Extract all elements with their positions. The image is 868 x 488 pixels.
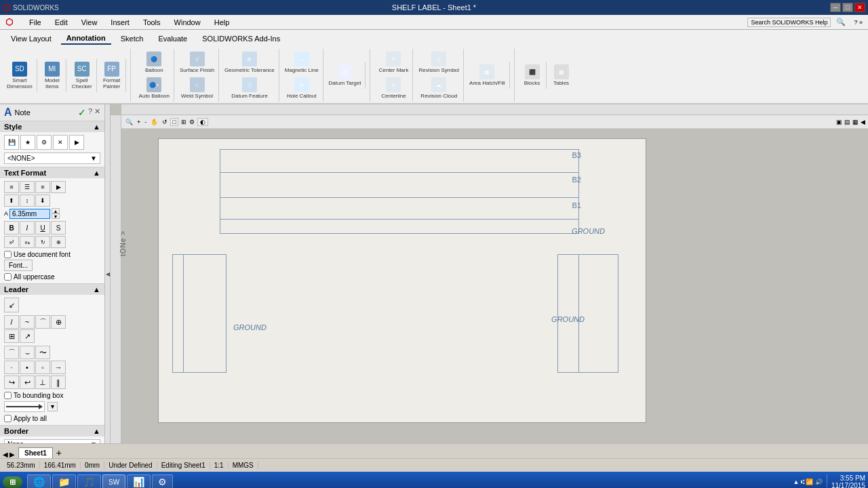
taskbar-extra1[interactable]: 📊	[127, 474, 151, 488]
style-flag-btn[interactable]: ▶	[69, 135, 84, 150]
menu-edit[interactable]: Edit	[52, 17, 71, 28]
maximize-btn[interactable]: □	[842, 3, 853, 12]
font-size-input[interactable]	[9, 209, 50, 219]
revision-symbol-btn[interactable]: △ Revision Symbol	[417, 50, 460, 75]
leader-header[interactable]: Leader ▲	[0, 284, 104, 295]
leader-main-icon[interactable]: ↙	[4, 298, 19, 312]
align-center-btn[interactable]: ☰	[20, 181, 35, 193]
leader-anchor-3[interactable]: ↗	[20, 329, 35, 343]
menu-view[interactable]: View	[79, 17, 100, 28]
leader-dot-4[interactable]: →	[51, 361, 66, 374]
align-right-btn[interactable]: ≡	[35, 181, 50, 193]
style-x-btn[interactable]: ✕	[53, 135, 68, 150]
minimize-btn[interactable]: ─	[830, 3, 841, 12]
zoom-out-btn[interactable]: -	[143, 119, 148, 125]
datum-feature-btn[interactable]: ▽ Datum Feature	[230, 76, 269, 100]
leader-dot-2[interactable]: •	[20, 361, 35, 374]
weld-symbol-btn[interactable]: ⌂ Weld Symbol	[180, 76, 214, 100]
area-hatch-btn[interactable]: ▦ Area Hatch/Fill	[468, 63, 506, 87]
arrow-style-dropdown[interactable]	[4, 401, 45, 412]
leader-anchor-1[interactable]: ⊕	[51, 315, 66, 329]
valign-middle-btn[interactable]: ↕	[20, 195, 35, 207]
menu-insert[interactable]: Insert	[108, 17, 132, 28]
border-header[interactable]: Border ▲	[0, 426, 104, 436]
balloon-btn[interactable]: 🔵 Balloon	[143, 50, 165, 75]
taskbar-extra2[interactable]: ⚙	[152, 474, 173, 488]
tab-sketch[interactable]: Sketch	[115, 33, 149, 44]
italic-btn[interactable]: I	[20, 221, 35, 235]
use-doc-font-checkbox[interactable]	[4, 251, 12, 258]
style-star-btn[interactable]: ★	[20, 135, 35, 150]
canvas-settings-btn[interactable]: ⚙	[189, 119, 195, 125]
pan-btn[interactable]: ✋	[149, 119, 159, 125]
leader-curve-3[interactable]: 〜	[35, 346, 50, 359]
taskbar-ie[interactable]: 🌐	[27, 474, 51, 488]
geo-tolerance-btn[interactable]: ⊕ Geometric Tolerance	[223, 50, 276, 75]
arrow-dropdown-btn[interactable]: ▼	[47, 402, 58, 411]
leader-dot-3[interactable]: ◦	[35, 361, 50, 374]
font-size-down-btn[interactable]: ▼	[52, 214, 60, 219]
menu-help[interactable]: Help	[212, 17, 233, 28]
strike-btn[interactable]: S	[51, 221, 66, 235]
zoom-in-btn[interactable]: +	[136, 119, 142, 125]
tab-view-layout[interactable]: View Layout	[5, 33, 57, 44]
model-items-btn[interactable]: MI ModelItems	[41, 60, 63, 91]
datum-target-btn[interactable]: ◎ Datum Target	[328, 63, 363, 87]
start-button[interactable]: ⊞	[3, 476, 22, 488]
search-icon[interactable]: 🔍	[833, 16, 848, 28]
valign-bottom-btn[interactable]: ⬇	[35, 195, 50, 207]
superscript-btn[interactable]: x²	[4, 236, 19, 248]
display-btn[interactable]: □	[170, 118, 178, 126]
leader-style-2[interactable]: ~	[20, 315, 35, 329]
rotate-btn[interactable]: ↻	[35, 236, 50, 248]
confirm-icon[interactable]: ✓	[78, 107, 86, 118]
search-box[interactable]: Search SOLIDWORKS Help	[747, 18, 831, 27]
leader-misc-1[interactable]: ↪	[4, 375, 19, 389]
tab-evaluate[interactable]: Evaluate	[153, 33, 193, 44]
taskbar-sw[interactable]: SW	[102, 474, 125, 488]
appearance-btn[interactable]: ◐	[197, 118, 208, 126]
underline-btn[interactable]: U	[35, 221, 50, 235]
align-justify-btn[interactable]: ▶	[51, 181, 66, 193]
tab-annotation[interactable]: Annotation	[61, 33, 111, 45]
rotate-btn[interactable]: ↺	[161, 119, 169, 125]
style-header[interactable]: Style ▲	[0, 121, 104, 132]
question-icon[interactable]: ?	[88, 107, 92, 118]
leader-curve-2[interactable]: ⌣	[20, 346, 35, 359]
tab-solidworks-addins[interactable]: SOLIDWORKS Add-Ins	[197, 33, 285, 44]
valign-top-btn[interactable]: ⬆	[4, 195, 19, 207]
canvas-collapse-right[interactable]: ◀	[861, 119, 865, 125]
leader-misc-4[interactable]: ‖	[51, 375, 66, 389]
spell-checker-btn[interactable]: SC SpellChecker	[71, 60, 94, 91]
leader-misc-3[interactable]: ⊥	[35, 375, 50, 389]
menu-tools[interactable]: Tools	[140, 17, 163, 28]
close-btn[interactable]: ✕	[854, 3, 865, 12]
view-orient-btn[interactable]: ⊞	[180, 119, 188, 125]
tab-prev-btn[interactable]: ◀	[3, 451, 8, 458]
taskbar-files[interactable]: 📁	[52, 474, 76, 488]
revision-cloud-btn[interactable]: ☁ Revision Cloud	[419, 76, 458, 100]
smart-dimension-btn[interactable]: SD SmartDimension	[5, 60, 34, 91]
style-dropdown[interactable]: <NONE> ▼	[4, 152, 100, 164]
all-uppercase-checkbox[interactable]	[4, 273, 12, 281]
leader-style-3[interactable]: ⌒	[35, 315, 50, 329]
style-save-btn[interactable]: 💾	[4, 135, 19, 150]
subscript-btn[interactable]: x₂	[20, 236, 35, 248]
zoom-fit-btn[interactable]: 🔍	[124, 119, 134, 125]
canvas-area[interactable]: 100 200 300 400 500 600 700 🔍 + - ✋ ↺ □ …	[111, 104, 868, 443]
tab-next-btn[interactable]: ▶	[9, 451, 15, 458]
tables-btn[interactable]: ▦ Tables	[551, 63, 572, 87]
hole-callout-btn[interactable]: ⊘ Hole Callout	[285, 76, 318, 100]
add-sheet-btn[interactable]: +	[54, 447, 64, 458]
surface-finish-btn[interactable]: √ Surface Finish	[178, 50, 216, 75]
menu-file[interactable]: File	[26, 17, 44, 28]
leader-dot-1[interactable]: ·	[4, 361, 19, 374]
to-bounding-box-checkbox[interactable]	[4, 392, 12, 399]
menu-window[interactable]: Window	[172, 17, 203, 28]
leader-misc-2[interactable]: ↩	[20, 375, 35, 389]
text-format-header[interactable]: Text Format ▲	[0, 167, 104, 178]
font-button[interactable]: Font...	[4, 260, 33, 271]
stack-btn[interactable]: ⊕	[51, 236, 66, 248]
auto-balloon-btn[interactable]: 🔵+ Auto Balloon	[138, 76, 171, 100]
leader-curve-1[interactable]: ⌒	[4, 346, 19, 359]
